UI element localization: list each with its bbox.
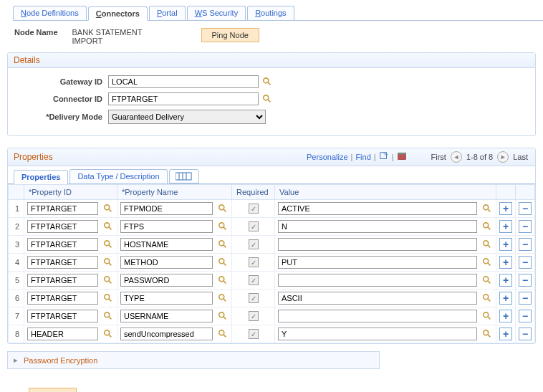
table-row: 5✓+− <box>9 272 535 290</box>
value-input[interactable] <box>278 292 477 305</box>
add-row-button[interactable]: + <box>499 274 512 287</box>
add-row-button[interactable]: + <box>499 202 512 215</box>
value-input[interactable] <box>278 274 477 287</box>
lookup-icon[interactable] <box>102 310 114 322</box>
value-input[interactable] <box>278 256 477 269</box>
save-button[interactable]: Save <box>29 388 77 392</box>
show-all-columns-icon[interactable] <box>169 169 199 183</box>
col-property-id[interactable]: *Property ID <box>24 185 117 200</box>
lookup-icon[interactable] <box>261 76 273 87</box>
range-text: 1-8 of 8 <box>466 153 493 161</box>
lookup-icon[interactable] <box>217 328 229 340</box>
password-encryption-section[interactable]: ▸ Password Encryption <box>7 351 380 369</box>
property-name-input[interactable] <box>120 328 213 340</box>
property-id-input[interactable] <box>27 238 98 251</box>
last-link[interactable]: Last <box>513 153 528 161</box>
lookup-icon[interactable] <box>217 257 229 268</box>
lookup-icon[interactable] <box>481 328 493 340</box>
property-id-input[interactable] <box>27 292 98 305</box>
lookup-icon[interactable] <box>481 221 493 232</box>
svg-line-50 <box>224 317 226 320</box>
tab-portal[interactable]: Portal <box>149 6 186 20</box>
lookup-icon[interactable] <box>102 328 114 340</box>
property-name-input[interactable] <box>120 220 213 233</box>
zoom-icon[interactable] <box>379 151 389 163</box>
delete-row-button[interactable]: − <box>519 238 532 251</box>
property-name-input[interactable] <box>120 202 213 215</box>
col-required[interactable]: Required <box>232 185 275 200</box>
svg-line-16 <box>488 209 491 212</box>
prev-icon[interactable]: ◄ <box>451 151 462 163</box>
value-input[interactable] <box>278 310 477 322</box>
delete-row-button[interactable]: − <box>519 292 532 305</box>
lookup-icon[interactable] <box>481 310 493 322</box>
lookup-icon[interactable] <box>481 257 493 268</box>
next-icon[interactable]: ► <box>497 151 509 163</box>
delete-row-button[interactable]: − <box>519 220 532 233</box>
first-link[interactable]: First <box>431 153 446 161</box>
property-id-input[interactable] <box>27 256 98 269</box>
add-row-button[interactable]: + <box>499 328 512 340</box>
download-icon[interactable] <box>397 151 407 163</box>
col-value[interactable]: Value <box>275 185 496 200</box>
value-input[interactable] <box>278 220 477 233</box>
value-input[interactable] <box>278 202 477 215</box>
subtab-datatype[interactable]: Data Type / Description <box>69 169 167 183</box>
add-row-button[interactable]: + <box>499 310 512 322</box>
add-row-button[interactable]: + <box>499 256 512 269</box>
lookup-icon[interactable] <box>102 239 114 250</box>
add-row-button[interactable]: + <box>499 292 512 305</box>
svg-point-45 <box>484 295 489 300</box>
lookup-icon[interactable] <box>217 239 229 250</box>
lookup-icon[interactable] <box>102 274 114 286</box>
lookup-icon[interactable] <box>217 221 229 232</box>
property-name-input[interactable] <box>120 256 213 269</box>
lookup-icon[interactable] <box>217 310 229 322</box>
property-id-input[interactable] <box>27 328 98 340</box>
connector-id-input[interactable] <box>108 92 259 105</box>
delete-row-button[interactable]: − <box>519 274 532 287</box>
property-name-input[interactable] <box>120 292 213 305</box>
property-name-input[interactable] <box>120 310 213 322</box>
delete-row-button[interactable]: − <box>519 328 532 340</box>
lookup-icon[interactable] <box>102 221 114 232</box>
col-property-name[interactable]: *Property Name <box>117 185 232 200</box>
add-row-button[interactable]: + <box>499 238 512 251</box>
svg-point-39 <box>484 277 489 282</box>
expand-icon[interactable]: ▸ <box>14 355 18 365</box>
svg-line-48 <box>109 317 112 320</box>
lookup-icon[interactable] <box>217 203 229 214</box>
delivery-mode-select[interactable]: Guaranteed Delivery <box>108 110 266 124</box>
delete-row-button[interactable]: − <box>519 256 532 269</box>
lookup-icon[interactable] <box>261 93 273 105</box>
property-id-input[interactable] <box>27 274 98 287</box>
tab-connectors[interactable]: Connectors <box>88 6 148 21</box>
gateway-id-input[interactable] <box>108 75 259 88</box>
property-name-input[interactable] <box>120 274 213 287</box>
tab-routings[interactable]: Routings <box>247 6 294 20</box>
lookup-icon[interactable] <box>481 274 493 286</box>
ping-node-button[interactable]: Ping Node <box>201 28 259 42</box>
tab-ws-security[interactable]: WS Security <box>187 6 246 20</box>
property-name-input[interactable] <box>120 238 213 251</box>
lookup-icon[interactable] <box>102 203 114 214</box>
add-row-button[interactable]: + <box>499 220 512 233</box>
value-input[interactable] <box>278 238 477 251</box>
property-id-input[interactable] <box>27 310 98 322</box>
lookup-icon[interactable] <box>102 257 114 268</box>
lookup-icon[interactable] <box>217 274 229 286</box>
tab-node-definitions[interactable]: Node Definitions <box>13 6 87 20</box>
lookup-icon[interactable] <box>102 292 114 304</box>
subtab-properties[interactable]: Properties <box>14 170 68 184</box>
property-id-input[interactable] <box>27 202 98 215</box>
delete-row-button[interactable]: − <box>519 310 532 322</box>
lookup-icon[interactable] <box>481 203 493 214</box>
lookup-icon[interactable] <box>481 239 493 250</box>
find-link[interactable]: Find <box>355 153 370 161</box>
value-input[interactable] <box>278 328 477 340</box>
delete-row-button[interactable]: − <box>519 202 532 215</box>
lookup-icon[interactable] <box>481 292 493 304</box>
lookup-icon[interactable] <box>217 292 229 304</box>
personalize-link[interactable]: Personalize <box>307 153 347 161</box>
property-id-input[interactable] <box>27 220 98 233</box>
